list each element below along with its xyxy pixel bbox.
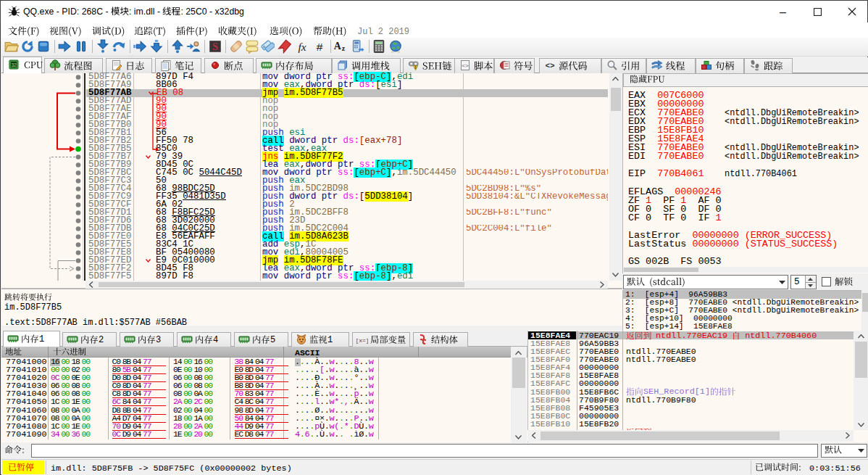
svg-text:[x=]: [x=] xyxy=(356,337,368,344)
